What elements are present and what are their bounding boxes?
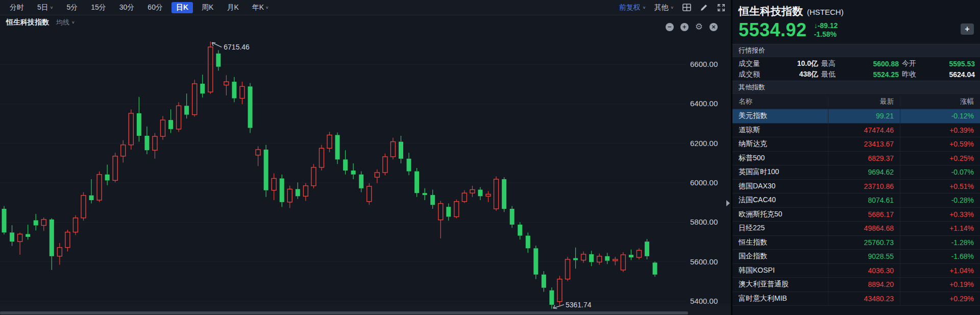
chart-panel: 分时5日∨5分15分30分60分日K周K月K年K∨ 前复权 ∨ 其他 ∨ 恒生科… [0,0,731,315]
period-toolbar: 分时5日∨5分15分30分60分日K周K月K年K∨ 前复权 ∨ 其他 ∨ [0,0,731,15]
candle [549,290,554,305]
index-last: 47474.46 [828,124,900,137]
index-change-pct: -0.07% [900,165,980,179]
candle [89,196,94,200]
index-last: 9694.62 [828,165,900,179]
period-tab-1[interactable]: 5日∨ [33,2,58,13]
chart-settings-gear-icon[interactable]: ⚙ [695,22,703,31]
quote-value: 5595.53 [927,60,975,68]
candle [414,172,419,193]
index-name: 日经225 [732,222,828,235]
period-tab-7[interactable]: 周K [197,2,218,13]
index-row[interactable]: 道琼斯47474.46+0.39% [732,124,980,138]
quote-label: 昨收 [902,70,924,79]
period-tab-2[interactable]: 5分 [62,2,82,13]
more-periods-dropdown[interactable]: 其他 ∨ [654,3,674,12]
candle [192,84,197,115]
y-axis-tick-label: 5400.00 [690,297,718,305]
candle [438,204,443,220]
quote-header: 恒生科技指数 (HSTECH) 5534.92 ↓-89.12 -1.58% + [732,0,980,44]
index-row[interactable]: 国企指数9028.55-1.68% [732,250,980,264]
index-ticker: (HSTECH) [807,8,844,16]
index-last: 5686.17 [828,208,900,222]
adjust-mode-dropdown[interactable]: 前复权 ∨ [619,3,646,12]
candle [423,193,427,195]
zoom-out-icon[interactable]: − [666,23,674,31]
index-row[interactable]: 标普5006829.37+0.25% [732,152,980,166]
candle [645,241,649,256]
index-row[interactable]: 恒生指数25760.73-1.28% [732,236,980,250]
period-tab-9[interactable]: 年K∨ [248,2,274,13]
index-last: 23413.67 [828,137,900,151]
quote-value: 5624.04 [927,70,975,79]
period-tab-3[interactable]: 15分 [86,2,111,13]
index-row[interactable]: 纳斯达克23413.67+0.59% [732,137,980,152]
quote-panel: 恒生科技指数 (HSTECH) 5534.92 ↓-89.12 -1.58% +… [732,0,980,315]
close-chart-icon[interactable]: × [709,23,718,31]
index-last: 25760.73 [828,236,900,250]
candle [653,262,657,274]
period-tab-8[interactable]: 月K [222,2,243,13]
layout-grid-icon[interactable] [682,3,691,12]
candle [216,54,220,67]
candle [2,209,7,232]
index-row[interactable]: 英国富时1009694.62-0.07% [732,165,980,180]
zoom-in-icon[interactable]: + [680,23,689,31]
candle [73,218,78,232]
period-tab-5[interactable]: 60分 [143,2,167,13]
candle [621,255,625,270]
index-row[interactable]: 日经22549864.68+1.14% [732,222,980,236]
candle [200,84,205,93]
index-name: 纳斯达克 [732,137,828,151]
index-last: 8074.61 [828,193,900,207]
candle [240,86,244,98]
ma-dropdown[interactable]: 均线 ∨ [56,18,75,27]
chart-legend-row: 恒生科技指数 均线 ∨ [0,15,731,30]
index-name: 道琼斯 [732,124,828,137]
candle [296,189,300,196]
candle [335,135,340,159]
add-watchlist-button[interactable]: + [961,23,974,35]
index-change-pct: +0.29% [900,292,980,306]
draw-pen-icon[interactable] [699,3,708,12]
candle [351,171,356,175]
y-axis-tick-label: 5600.00 [690,257,718,266]
period-tab-4[interactable]: 30分 [115,2,139,13]
candle [510,209,514,225]
section-other-indices: 其他指数 [732,81,980,94]
candle [287,189,292,202]
index-name: 德国DAX30 [732,180,828,193]
index-row[interactable]: 澳大利亚普通股8894.20+0.19% [732,278,980,292]
index-change-pct: +0.51% [900,180,980,193]
index-row[interactable]: 美元指数99.21-0.12% [732,109,980,124]
index-row[interactable]: 欧洲斯托克505686.17+0.33% [732,208,980,222]
candlestick-chart[interactable]: 6600.006400.006200.006000.005800.005600.… [0,30,731,315]
index-last: 4036.30 [828,264,900,278]
index-row[interactable]: 富时意大利MIB43480.23+0.29% [732,292,980,306]
index-change-pct: -1.68% [900,250,980,263]
index-row[interactable]: 韩国KOSPI4036.30+1.04% [732,264,980,278]
period-tab-6[interactable]: 日K [172,2,193,13]
candle [10,232,14,241]
index-last: 43480.23 [828,292,900,306]
candle [407,159,411,172]
panel-collapse-arrow-icon[interactable] [726,200,730,206]
candle [280,178,284,202]
index-last: 23710.86 [828,180,900,193]
period-tab-0[interactable]: 分时 [5,2,29,13]
index-row[interactable]: 德国DAX3023710.86+0.51% [732,180,980,194]
fullscreen-icon[interactable] [717,3,726,12]
candle [502,179,506,209]
index-title: 恒生科技指数 [739,4,803,18]
chevron-down-icon: ∨ [265,6,269,10]
index-row[interactable]: 法国CAC408074.61-0.28% [732,193,980,208]
quote-label: 最高 [821,59,844,68]
down-arrow-icon: ↓ [814,21,818,30]
candle [462,193,467,202]
chevron-down-icon: ∨ [670,6,674,10]
candle [168,120,173,129]
last-price: 5534.92 [739,19,807,41]
candle [581,254,586,260]
candle [454,202,459,217]
candle [184,106,189,114]
